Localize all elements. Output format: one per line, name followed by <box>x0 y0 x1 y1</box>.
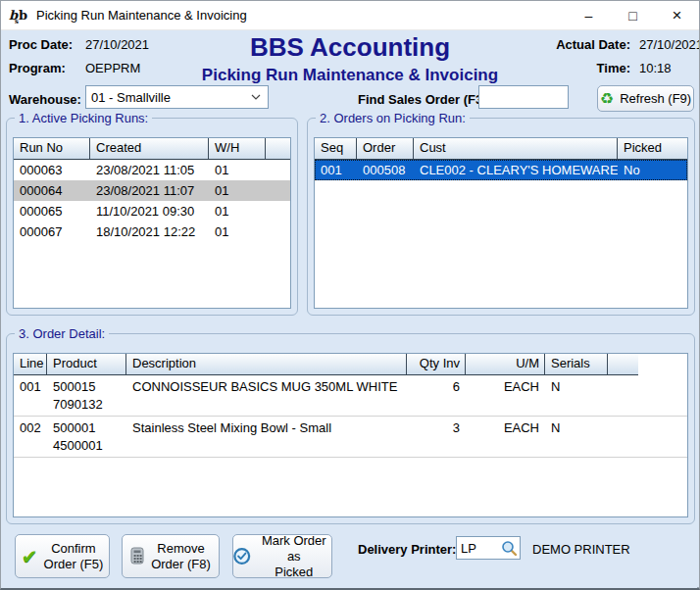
time-label: Time: <box>546 61 630 75</box>
delivery-printer-name: DEMO PRINTER <box>532 542 630 557</box>
column-header-filler <box>608 354 638 374</box>
order-detail-table: Line Product Description Qty Inv U/M Ser… <box>13 353 688 517</box>
active-picking-runs-title: 1. Active Picking Runs: <box>15 111 152 125</box>
orders-on-picking-run-title: 2. Orders on Picking Run: <box>316 111 470 125</box>
resize-grip[interactable] <box>693 583 696 586</box>
picking-runs-table: Run No Created W/H 000063 23/08/2021 11:… <box>13 137 291 309</box>
warehouse-select[interactable]: 01 - Smallville <box>85 85 269 109</box>
order-detail-row[interactable]: 002 5000014500001 Stainless Steel Mixing… <box>14 417 687 458</box>
remove-order-label-line1: Remove <box>157 541 204 556</box>
column-header-qty-inv: Qty Inv <box>407 354 466 374</box>
column-header-um: U/M <box>466 354 545 374</box>
recycle-icon: ♻ <box>600 91 614 107</box>
warehouse-selected-value: 01 - Smallville <box>86 90 251 105</box>
orders-on-picking-run-group: 2. Orders on Picking Run: Seq Order Cust… <box>307 111 695 316</box>
app-body: Proc Date: 27/10/2021 Program: OEPPRM BB… <box>1 30 699 588</box>
chevron-down-icon <box>251 94 261 100</box>
time-value: 10:18 <box>630 61 693 75</box>
column-header-created: Created <box>90 138 209 159</box>
maximize-button[interactable]: □ <box>611 1 655 29</box>
column-header-description: Description <box>126 354 407 374</box>
column-header-cust: Cust <box>414 138 618 159</box>
picking-run-row[interactable]: 000067 18/10/2021 12:22 01 <box>14 221 290 242</box>
program-label: Program: <box>9 61 79 75</box>
column-header-line: Line <box>14 354 47 374</box>
remove-order-label-line2: Order (F8) <box>151 557 211 571</box>
picking-run-row[interactable]: 000063 23/08/2021 11:05 01 <box>14 160 290 180</box>
column-header-seq: Seq <box>315 138 357 159</box>
confirm-order-button[interactable]: ✔ Confirm Order (F5) <box>15 534 110 578</box>
header-center: BBS Accounting Picking Run Maintenance &… <box>119 33 581 85</box>
picking-run-row[interactable]: 000064 23/08/2021 11:07 01 <box>14 180 290 201</box>
find-sales-order-label: Find Sales Order (F3): <box>358 92 491 107</box>
order-detail-title: 3. Order Detail: <box>15 326 109 341</box>
order-row[interactable]: 001 000508 CLE002 - CLEARY'S HOMEWARES..… <box>315 160 687 180</box>
minimize-button[interactable]: – <box>567 1 611 29</box>
refresh-button-label: Refresh (F9) <box>620 91 691 106</box>
delivery-printer-label: Delivery Printer: <box>358 542 456 557</box>
order-detail-group: 3. Order Detail: Line Product Descriptio… <box>6 326 695 524</box>
svg-text:b: b <box>19 8 27 23</box>
confirm-order-label-line2: Order (F5) <box>44 557 104 571</box>
delivery-printer-field <box>456 536 521 560</box>
proc-date-label: Proc Date: <box>9 37 79 52</box>
column-header-serials: Serials <box>545 354 608 374</box>
app-title: BBS Accounting <box>119 33 581 62</box>
close-button[interactable]: × <box>655 1 699 29</box>
order-detail-row[interactable]: 001 5000157090132 CONNOISSEUR BASICS MUG… <box>14 375 687 417</box>
app-window: b s b Picking Run Maintenance & Invoicin… <box>0 0 700 590</box>
column-header-product: Product <box>47 354 126 374</box>
column-header-run-no: Run No <box>14 138 90 159</box>
picking-runs-header: Run No Created W/H <box>14 138 290 160</box>
actual-date-value: 27/10/2021 <box>630 37 693 52</box>
page-title: Picking Run Maintenance & Invoicing <box>119 65 581 85</box>
find-sales-order-input[interactable] <box>478 85 569 109</box>
refresh-button[interactable]: ♻ Refresh (F9) <box>597 85 694 112</box>
remove-order-button[interactable]: Remove Order (F8) <box>122 534 220 578</box>
calculator-icon <box>130 547 145 565</box>
active-picking-runs-group: 1. Active Picking Runs: Run No Created W… <box>6 111 298 316</box>
title-bar: b s b Picking Run Maintenance & Invoicin… <box>1 1 699 30</box>
mark-picked-label-line2: Picked <box>275 565 313 579</box>
column-header-order: Order <box>357 138 414 159</box>
confirm-order-label-line1: Confirm <box>51 541 96 556</box>
magnifier-icon[interactable] <box>501 540 518 557</box>
orders-table: Seq Order Cust Picked 001 000508 CLE002 … <box>314 137 688 309</box>
app-logo-icon: b s b <box>8 7 29 25</box>
orders-header: Seq Order Cust Picked <box>315 138 687 160</box>
column-header-filler <box>266 138 290 159</box>
order-detail-header: Line Product Description Qty Inv U/M Ser… <box>14 354 638 375</box>
column-header-picked: Picked <box>618 138 687 159</box>
check-icon: ✔ <box>22 547 38 566</box>
window-controls: – □ × <box>567 1 699 29</box>
mark-picked-label-line1: Mark Order as <box>262 533 326 564</box>
warehouse-label: Warehouse: <box>9 92 81 107</box>
header-right: Actual Date: 27/10/2021 Time: 10:18 <box>546 37 693 84</box>
column-header-wh: W/H <box>209 138 266 159</box>
mark-order-picked-button[interactable]: Mark Order as Picked <box>232 534 332 578</box>
delivery-printer-input[interactable] <box>457 537 496 559</box>
actual-date-label: Actual Date: <box>546 37 630 52</box>
window-title: Picking Run Maintenance & Invoicing <box>36 8 567 23</box>
circle-check-icon <box>233 547 251 565</box>
picking-run-row[interactable]: 000065 11/10/2021 09:30 01 <box>14 201 290 221</box>
